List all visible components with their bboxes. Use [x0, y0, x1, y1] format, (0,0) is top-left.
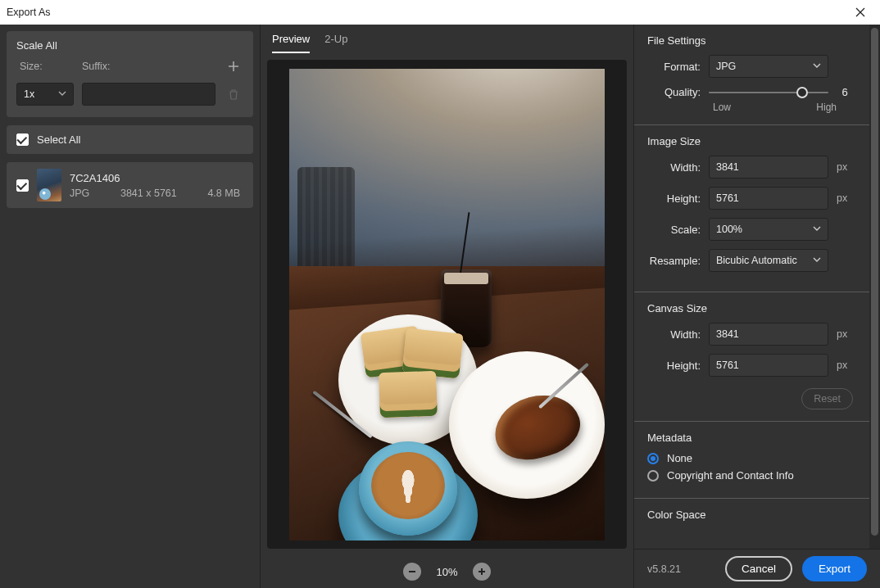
asset-meta: 7C2A1406 JPG 3841 x 5761 4.8 MB [70, 172, 243, 199]
metadata-none-radio[interactable] [647, 453, 659, 464]
asset-format: JPG [70, 188, 89, 199]
image-height-label: Height: [647, 192, 701, 205]
image-scale-select[interactable]: 100% [709, 218, 828, 241]
scrollbar-thumb[interactable] [871, 28, 878, 536]
asset-row[interactable]: 7C2A1406 JPG 3841 x 5761 4.8 MB [7, 162, 253, 208]
resample-label: Resample: [647, 255, 701, 267]
canvas-width-label: Width: [647, 328, 701, 341]
select-all-panel: Select All [7, 125, 253, 154]
image-width-input[interactable]: 3841 [709, 156, 828, 179]
image-scale-label: Scale: [647, 224, 701, 236]
zoom-out-button[interactable] [403, 563, 421, 581]
canvas-size-section: Canvas Size Width: 3841 px Height: 5761 … [634, 292, 869, 422]
suffix-input[interactable] [82, 83, 215, 106]
format-select[interactable]: JPG [709, 55, 828, 78]
canvas-height-value: 5761 [716, 360, 739, 371]
quality-slider-thumb[interactable] [796, 87, 808, 98]
chevron-down-icon [58, 88, 66, 100]
image-scale-value: 100% [716, 224, 742, 235]
image-width-value: 3841 [716, 161, 739, 173]
canvas-width-input[interactable]: 3841 [709, 323, 828, 346]
canvas-height-unit: px [837, 360, 853, 371]
tab-preview[interactable]: Preview [272, 33, 310, 53]
quality-label: Quality: [647, 86, 701, 98]
format-label: Format: [647, 61, 701, 73]
canvas-height-input[interactable]: 5761 [709, 354, 828, 377]
chevron-down-icon [813, 255, 821, 266]
cancel-button[interactable]: Cancel [725, 556, 792, 581]
left-pane: Scale All Size: Suffix: 1x [0, 25, 260, 588]
color-space-section: Color Space [634, 499, 869, 541]
suffix-label: Suffix: [82, 61, 215, 72]
file-settings-section: File Settings Format: JPG Quality: [634, 25, 869, 125]
titlebar: Export As [0, 0, 880, 25]
asset-list: 7C2A1406 JPG 3841 x 5761 4.8 MB [7, 162, 253, 208]
tab-2up[interactable]: 2-Up [324, 33, 347, 53]
zoom-level: 10% [436, 566, 457, 578]
preview-image [289, 69, 605, 541]
right-pane: File Settings Format: JPG Quality: [634, 25, 880, 588]
asset-thumbnail [37, 169, 61, 201]
resample-value: Bicubic Automatic [716, 255, 797, 266]
quality-value: 6 [837, 86, 853, 98]
footer: v5.8.21 Cancel Export [634, 549, 880, 588]
size-label: Size: [16, 61, 74, 72]
chevron-down-icon [813, 61, 821, 72]
quality-high-label: High [816, 102, 837, 113]
image-size-section: Image Size Width: 3841 px Height: 5761 p… [634, 125, 869, 292]
resample-select[interactable]: Bicubic Automatic [709, 249, 828, 272]
image-width-label: Width: [647, 161, 701, 174]
canvas-width-unit: px [837, 328, 853, 340]
window-title: Export As [7, 7, 51, 18]
chevron-down-icon [813, 224, 821, 235]
image-width-unit: px [837, 161, 853, 173]
delete-scale-icon[interactable] [224, 84, 243, 104]
add-scale-icon[interactable] [224, 57, 243, 76]
export-button[interactable]: Export [802, 556, 867, 581]
version-label: v5.8.21 [647, 563, 681, 575]
canvas-size-title: Canvas Size [647, 302, 853, 314]
color-space-title: Color Space [647, 509, 853, 521]
size-select-value: 1x [24, 88, 34, 100]
reset-button[interactable]: Reset [801, 388, 853, 409]
select-all-label: Select All [37, 133, 80, 146]
metadata-copyright-radio[interactable] [647, 470, 659, 482]
size-select[interactable]: 1x [16, 83, 74, 106]
select-all-checkbox[interactable] [16, 133, 29, 146]
scale-all-title: Scale All [16, 39, 243, 52]
zoom-bar: 10% [261, 555, 633, 588]
scrollbar[interactable] [869, 25, 880, 588]
image-height-value: 5761 [716, 192, 739, 204]
asset-checkbox[interactable] [16, 179, 29, 192]
asset-dimensions: 3841 x 5761 [120, 188, 177, 199]
metadata-title: Metadata [647, 432, 853, 444]
metadata-copyright-label: Copyright and Contact Info [667, 469, 794, 482]
image-height-unit: px [837, 192, 853, 204]
asset-filesize: 4.8 MB [207, 188, 240, 199]
preview-area[interactable] [267, 60, 627, 549]
quality-slider[interactable] [709, 92, 828, 93]
quality-low-label: Low [713, 102, 731, 113]
scale-all-panel: Scale All Size: Suffix: 1x [7, 31, 253, 117]
image-height-input[interactable]: 5761 [709, 187, 828, 210]
file-settings-title: File Settings [647, 34, 853, 47]
metadata-section: Metadata None Copyright and Contact Info [634, 422, 869, 499]
close-icon[interactable] [844, 0, 877, 25]
image-size-title: Image Size [647, 135, 853, 147]
canvas-width-value: 3841 [716, 328, 739, 340]
canvas-height-label: Height: [647, 360, 701, 372]
preview-tabs: Preview 2-Up [261, 25, 633, 53]
zoom-in-button[interactable] [473, 563, 491, 581]
metadata-none-label: None [667, 452, 692, 464]
center-pane: Preview 2-Up 10% [260, 25, 634, 588]
asset-name: 7C2A1406 [70, 172, 243, 184]
format-select-value: JPG [716, 61, 736, 72]
